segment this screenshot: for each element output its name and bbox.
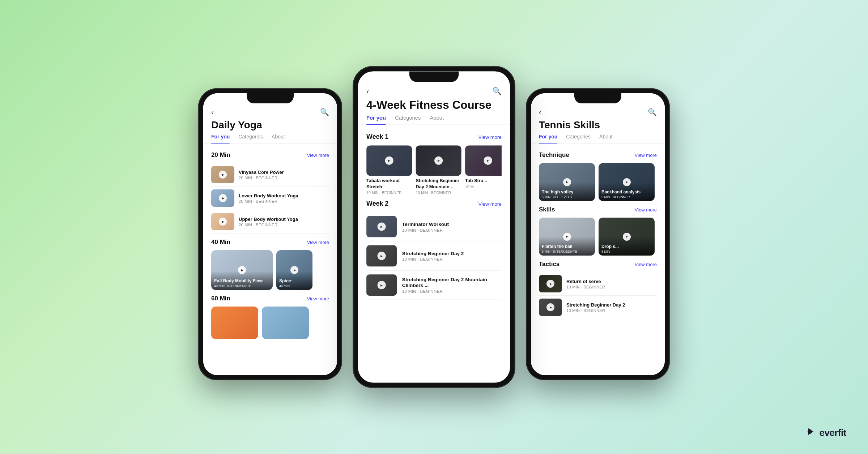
video-thumbnail xyxy=(366,274,397,296)
list-item[interactable]: Stretching Beginner Day 2 10 MIN · BEGIN… xyxy=(539,296,657,319)
video-card[interactable]: Tabata workout Stretch 10 MIN · BEGINNER xyxy=(366,145,412,195)
tab-for-you[interactable]: For you xyxy=(539,134,557,143)
tab-about[interactable]: About xyxy=(430,115,443,124)
tab-bar: For you Categories About xyxy=(203,134,337,144)
list-item[interactable]: Lower Body Workout Yoga 20 MIN · BEGINNE… xyxy=(211,187,329,210)
video-thumbnail xyxy=(465,145,502,176)
tab-about[interactable]: About xyxy=(599,134,613,143)
search-icon[interactable]: 🔍 xyxy=(492,87,502,96)
section-week1-title: Week 1 xyxy=(366,133,388,141)
play-button[interactable] xyxy=(563,178,571,186)
section-20min-viewmore[interactable]: View more xyxy=(307,153,329,158)
back-icon[interactable]: ‹ xyxy=(211,108,214,116)
section-week2-header: Week 2 View more xyxy=(366,200,502,208)
card-meta: 40 MIN xyxy=(279,284,310,288)
card-sunset[interactable] xyxy=(211,307,258,339)
list-item[interactable]: Terminator Workout 10 MIN · BEGINNER xyxy=(366,212,502,241)
video-thumbnail xyxy=(366,216,397,237)
video-card[interactable]: Tab Stro... 10 M xyxy=(465,145,502,195)
list-item[interactable]: Upper Body Workout Yoga 20 MIN · BEGINNE… xyxy=(211,210,329,234)
search-icon[interactable]: 🔍 xyxy=(320,108,329,116)
section-technique-viewmore[interactable]: View more xyxy=(635,153,657,158)
video-thumbnail xyxy=(366,245,397,267)
play-button[interactable] xyxy=(546,280,554,288)
video-thumbnail xyxy=(539,299,562,316)
tab-about[interactable]: About xyxy=(272,134,285,143)
card-flatten[interactable]: Flatten the ball 5 MIN · INTERMEDIATE xyxy=(539,218,595,256)
back-icon[interactable]: ‹ xyxy=(366,87,369,95)
section-technique-title: Technique xyxy=(539,151,569,159)
video-title: Stretching Beginner Day 2 Mountain Climb… xyxy=(402,277,502,288)
play-button[interactable] xyxy=(219,218,227,226)
section-week2-viewmore[interactable]: View more xyxy=(478,201,502,207)
notch xyxy=(409,72,459,82)
video-meta: 10 MIN · BEGINNER xyxy=(402,257,502,262)
card-title: Full Body Mobility Flow xyxy=(214,278,270,283)
play-button[interactable] xyxy=(546,303,554,311)
video-title: Lower Body Workout Yoga xyxy=(239,193,329,198)
back-icon[interactable]: ‹ xyxy=(539,108,541,116)
card-mobility[interactable]: Full Body Mobility Flow 40 MIN · INTERME… xyxy=(211,250,273,290)
phone-tennis-skills: ‹ 🔍 Tennis Skills For you Categories Abo… xyxy=(526,88,670,380)
video-meta: 10 MIN · BEGINNER xyxy=(416,190,461,195)
section-tactics-viewmore[interactable]: View more xyxy=(635,262,657,267)
card-meta: 5 MIN · INTERMEDIATE xyxy=(542,250,592,253)
logo-icon xyxy=(805,426,816,440)
video-title: Upper Body Workout Yoga xyxy=(239,217,329,222)
page-title: Tennis Skills xyxy=(531,119,665,134)
video-thumbnail xyxy=(366,145,412,176)
play-button[interactable] xyxy=(238,266,246,274)
video-meta: 10 M xyxy=(465,185,502,189)
list-item[interactable]: Vinyasa Core Power 20 MIN · BEGINNER xyxy=(211,163,329,187)
phone-fitness-course: ‹ 🔍 4-Week Fitness Course For you Catego… xyxy=(353,66,515,388)
card-sky[interactable] xyxy=(262,307,309,339)
section-skills-viewmore[interactable]: View more xyxy=(635,207,657,213)
play-button[interactable] xyxy=(378,252,386,260)
section-week2-title: Week 2 xyxy=(366,200,388,208)
list-item[interactable]: Stretching Beginner Day 2 10 MIN · BEGIN… xyxy=(366,241,502,271)
section-60min-viewmore[interactable]: View more xyxy=(307,296,329,301)
play-button[interactable] xyxy=(385,157,393,165)
notch xyxy=(574,93,621,103)
tab-categories[interactable]: Categories xyxy=(395,115,421,124)
play-button[interactable] xyxy=(623,233,631,241)
tab-categories[interactable]: Categories xyxy=(238,134,263,143)
video-card[interactable]: Stretching Beginner Day 2 Mountain... 10… xyxy=(416,145,461,195)
card-title: Backhand analysis xyxy=(601,189,652,194)
tab-for-you[interactable]: For you xyxy=(211,134,230,143)
list-item[interactable]: Stretching Beginner Day 2 Mountain Climb… xyxy=(366,271,502,300)
tab-bar: For you Categories About xyxy=(531,134,665,144)
card-backhand[interactable]: Backhand analysis 5 MIN · BEGINNER xyxy=(599,163,655,201)
play-button[interactable] xyxy=(219,171,227,179)
video-meta: 10 MIN · BEGINNER xyxy=(402,228,502,232)
card-spine[interactable]: Spine- 40 MIN xyxy=(276,250,312,290)
play-button[interactable] xyxy=(484,157,492,165)
video-title: Stretching Beginner Day 2 xyxy=(566,302,657,308)
tab-for-you[interactable]: For you xyxy=(366,115,386,124)
phone-daily-yoga: ‹ 🔍 Daily Yoga For you Categories About … xyxy=(198,88,342,380)
play-button[interactable] xyxy=(563,233,571,241)
play-button[interactable] xyxy=(378,281,386,289)
video-meta: 10 MIN · BEGINNER xyxy=(566,285,657,289)
play-button[interactable] xyxy=(434,157,443,165)
list-item[interactable]: Return of serve 10 MIN · BEGINNER xyxy=(539,272,657,296)
video-title: Vinyasa Core Power xyxy=(239,170,329,175)
section-60min-header: 60 Min View more xyxy=(211,295,329,302)
card-high-volley[interactable]: The high volley 5 MIN · ALL LEVELS xyxy=(539,163,595,201)
video-meta: 10 MIN · BEGINNER xyxy=(402,289,502,294)
play-button[interactable] xyxy=(290,266,298,274)
section-40min-header: 40 Min View more xyxy=(211,239,329,246)
section-tactics-header: Tactics View more xyxy=(539,261,657,268)
card-title: The high volley xyxy=(542,189,592,194)
section-week1-viewmore[interactable]: View more xyxy=(478,134,502,140)
tab-categories[interactable]: Categories xyxy=(566,134,591,143)
search-icon[interactable]: 🔍 xyxy=(648,108,657,116)
play-button[interactable] xyxy=(219,194,227,202)
play-button[interactable] xyxy=(378,223,386,231)
play-button[interactable] xyxy=(623,178,631,186)
page-title: Daily Yoga xyxy=(203,119,337,134)
section-technique-header: Technique View more xyxy=(539,151,657,159)
card-drop[interactable]: Drop s... 5 MIN xyxy=(599,218,655,256)
section-40min-viewmore[interactable]: View more xyxy=(307,240,329,245)
video-thumbnail xyxy=(211,213,234,230)
